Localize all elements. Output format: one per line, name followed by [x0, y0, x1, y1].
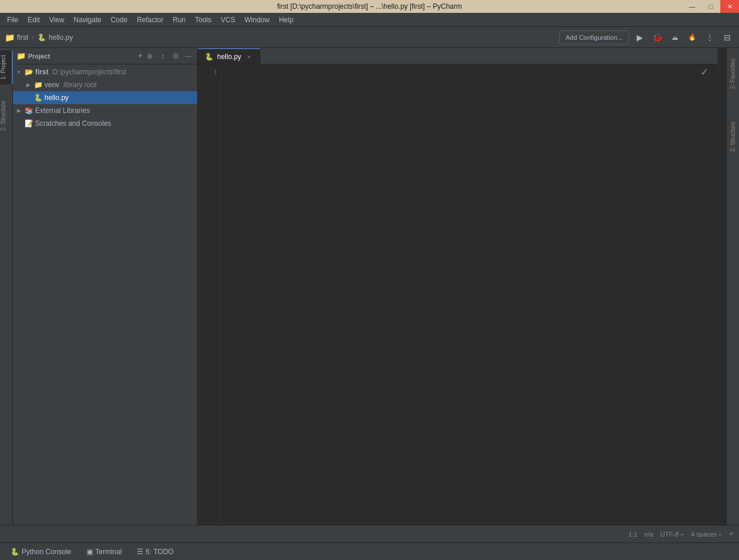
debug-button[interactable]: 🐞 — [650, 30, 664, 44]
right-tab-strip: 2: Favorites 3: Structure — [726, 48, 739, 525]
menu-view[interactable]: View — [44, 14, 69, 26]
locate-in-tree-button[interactable]: ⊕ — [145, 51, 155, 61]
menu-refactor[interactable]: Refactor — [132, 14, 168, 26]
scratches-icon: 📝 — [24, 119, 33, 128]
file-tree: ▾ 📂 first D:\pycharmprojects\first ▶ 📁 v… — [13, 64, 197, 525]
breadcrumb: 📁 first › 🐍 hello.py — [5, 33, 73, 42]
tree-label-venv: venv — [44, 81, 59, 89]
python-console-tab[interactable]: 🐍 Python Console — [5, 545, 77, 558]
favorites-tab[interactable]: 2: Favorites — [730, 54, 736, 94]
profile-button[interactable]: 🔥 — [685, 30, 699, 44]
tree-item-scratches[interactable]: ▶ 📝 Scratches and Consoles — [13, 117, 197, 130]
title-bar: first [D:\pycharmprojects\first] – ...\h… — [0, 0, 739, 13]
menu-window[interactable]: Window — [240, 14, 274, 26]
project-dropdown-icon[interactable]: ▾ — [139, 52, 142, 60]
main-layout: 1: Project 2: Structure 📁 Project ▾ ⊕ ↕ … — [0, 48, 739, 525]
external-libraries-icon: 📚 — [24, 106, 33, 115]
left-tab-strip: 1: Project 2: Structure — [0, 48, 13, 525]
window-title: first [D:\pycharmprojects\first] – ...\h… — [277, 2, 462, 11]
menu-help[interactable]: Help — [274, 14, 298, 26]
column-info: n/a — [644, 531, 653, 538]
menu-code[interactable]: Code — [106, 14, 132, 26]
project-tab[interactable]: 1: Project — [0, 50, 13, 84]
tree-label-hello-py: hello.py — [44, 94, 68, 102]
python-tab-icon: 🐍 — [205, 53, 214, 61]
folder-icon: 📂 — [24, 67, 33, 77]
python-console-icon: 🐍 — [11, 548, 19, 556]
todo-icon: ☰ — [137, 548, 143, 556]
project-panel-header: 📁 Project ▾ ⊕ ↕ ⚙ — — [13, 48, 197, 64]
structure-tab-left[interactable]: 2: Structure — [0, 96, 13, 136]
arrow-icon: ▶ — [15, 107, 22, 114]
menu-file[interactable]: File — [2, 14, 23, 26]
project-title: Project — [28, 53, 136, 60]
tab-hello-py[interactable]: 🐍 hello.py × — [198, 48, 260, 64]
menu-run[interactable]: Run — [168, 14, 190, 26]
menu-bar: File Edit View Navigate Code Refactor Ru… — [0, 13, 739, 27]
toggle-layout-button[interactable]: ⊟ — [720, 30, 734, 44]
tab-close-button[interactable]: × — [245, 53, 253, 61]
menu-edit[interactable]: Edit — [23, 14, 44, 26]
tree-item-venv[interactable]: ▶ 📁 venv library root — [13, 78, 197, 91]
line-number-gutter: 1 — [198, 64, 221, 525]
toolbar: 📁 first › 🐍 hello.py Add Configuration..… — [0, 27, 739, 48]
minimize-button[interactable]: — — [683, 0, 702, 13]
breadcrumb-file: 🐍 — [37, 33, 46, 42]
arrow-icon: ▾ — [15, 68, 22, 75]
tree-label-first: first — [35, 68, 49, 76]
tree-label-scratches: Scratches and Consoles — [35, 119, 111, 128]
terminal-label: Terminal — [95, 548, 122, 556]
project-folder-icon: 📁 — [16, 51, 26, 60]
editor-tabs: 🐍 hello.py × — [198, 48, 717, 64]
maximize-button[interactable]: □ — [702, 0, 720, 13]
venv-icon: 📁 — [33, 80, 43, 90]
project-panel: 📁 Project ▾ ⊕ ↕ ⚙ — ▾ 📂 first D:\pycharm… — [13, 48, 198, 525]
right-inspection-gutter — [717, 48, 726, 525]
indent-label[interactable]: 4 spaces ÷ — [691, 531, 722, 538]
status-right: 1:1 n/a UTF-8 ÷ 4 spaces ÷ ↵ — [628, 530, 734, 538]
run-coverage-button[interactable]: ⛰ — [668, 30, 682, 44]
tree-detail-first: D:\pycharmprojects\first — [53, 68, 126, 76]
line-ending-icon[interactable]: ↵ — [729, 530, 734, 538]
breadcrumb-file-label[interactable]: hello.py — [49, 33, 73, 42]
more-actions-button[interactable]: ⋮ — [703, 30, 717, 44]
project-settings-button[interactable]: ⚙ — [170, 51, 181, 61]
status-bar: 1:1 n/a UTF-8 ÷ 4 spaces ÷ ↵ — [0, 525, 739, 542]
menu-navigate[interactable]: Navigate — [69, 14, 106, 26]
tree-label-external-libraries: External Libraries — [35, 106, 90, 115]
terminal-tab[interactable]: ▣ Terminal — [81, 545, 128, 558]
line-number: 1 — [198, 67, 221, 77]
tree-item-external-libraries[interactable]: ▶ 📚 External Libraries — [13, 104, 197, 117]
editor-content[interactable]: 1 ✓ — [198, 64, 717, 525]
cursor-position[interactable]: 1:1 — [628, 531, 637, 538]
todo-tab[interactable]: ☰ 6: TODO — [131, 545, 180, 558]
tab-label: hello.py — [217, 53, 241, 61]
inspection-ok-icon: ✓ — [700, 67, 708, 78]
todo-label: 6: TODO — [146, 548, 174, 556]
run-button[interactable]: ▶ — [633, 30, 647, 44]
bottom-bar: 🐍 Python Console ▣ Terminal ☰ 6: TODO — [0, 542, 739, 560]
add-configuration-button[interactable]: Add Configuration... — [559, 30, 629, 44]
window-controls: — □ ✕ — [683, 0, 739, 13]
terminal-icon: ▣ — [87, 548, 93, 556]
close-button[interactable]: ✕ — [720, 0, 739, 13]
structure-tab-right[interactable]: 3: Structure — [730, 117, 736, 157]
encoding-label[interactable]: UTF-8 ÷ — [661, 531, 684, 538]
tree-detail-venv: library root — [63, 81, 97, 89]
arrow-icon: ▶ — [25, 81, 32, 88]
python-file-icon: 🐍 — [33, 93, 43, 102]
project-icon: 📁 — [5, 33, 15, 42]
menu-tools[interactable]: Tools — [190, 14, 216, 26]
menu-vcs[interactable]: VCS — [216, 14, 240, 26]
close-project-panel-button[interactable]: — — [183, 51, 194, 61]
tree-item-hello-py[interactable]: ▶ 🐍 hello.py — [13, 91, 197, 104]
editor-area: 🐍 hello.py × 1 ✓ — [198, 48, 717, 525]
tree-item-first[interactable]: ▾ 📂 first D:\pycharmprojects\first — [13, 66, 197, 78]
scroll-to-editor-button[interactable]: ↕ — [157, 51, 168, 61]
python-console-label: Python Console — [22, 548, 71, 556]
breadcrumb-first[interactable]: first — [17, 33, 28, 42]
